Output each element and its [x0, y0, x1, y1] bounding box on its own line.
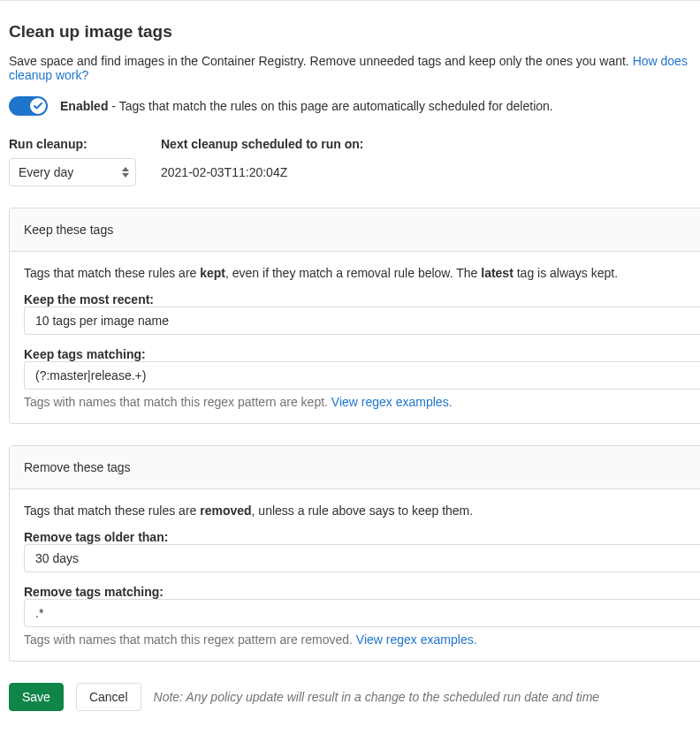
keep-regex-examples-link[interactable]: View regex examples. [331, 395, 453, 409]
save-button[interactable]: Save [9, 683, 64, 711]
keep-panel-intro: Tags that match these rules are kept, ev… [24, 266, 686, 280]
toggle-label: Enabled - Tags that match the rules on t… [60, 99, 553, 113]
remove-tags-matching-input[interactable] [35, 606, 689, 620]
enabled-label-desc: - Tags that match the rules on this page… [108, 99, 552, 113]
keep-tags-matching-input[interactable] [35, 368, 689, 382]
remove-panel-header: Remove these tags [10, 446, 700, 489]
remove-panel-intro: Tags that match these rules are removed,… [24, 504, 686, 518]
remove-older-than-label: Remove tags older than: [24, 530, 168, 544]
keep-most-recent-value: 10 tags per image name [35, 314, 169, 328]
remove-regex-examples-link[interactable]: View regex examples. [356, 632, 477, 647]
toggle-knob [30, 98, 46, 114]
keep-tags-matching-input-wrap [24, 361, 700, 390]
remove-older-than-select[interactable]: 30 days [24, 544, 700, 572]
remove-tags-matching-label: Remove tags matching: [24, 585, 164, 599]
next-cleanup-value: 2021-02-03T11:20:04Z [161, 158, 363, 186]
remove-matching-help: Tags with names that match this regex pa… [24, 632, 686, 647]
cancel-button[interactable]: Cancel [76, 683, 141, 711]
keep-tags-matching-label: Keep tags matching: [24, 347, 146, 361]
enabled-toggle[interactable] [9, 96, 48, 116]
page-title: Clean up image tags [9, 22, 691, 42]
page-description: Save space and find images in the Contai… [9, 54, 691, 82]
description-text: Save space and find images in the Contai… [9, 54, 633, 68]
remove-older-than-value: 30 days [35, 551, 79, 565]
next-cleanup-label: Next cleanup scheduled to run on: [161, 137, 363, 151]
keep-most-recent-label: Keep the most recent: [24, 292, 154, 307]
run-cleanup-label: Run cleanup: [9, 137, 136, 151]
run-cleanup-select[interactable]: Every day [9, 158, 136, 186]
enabled-label-strong: Enabled [60, 99, 108, 113]
keep-matching-help: Tags with names that match this regex pa… [24, 395, 686, 409]
remove-tags-matching-input-wrap [24, 599, 700, 627]
remove-tags-panel: Remove these tags Tags that match these … [9, 445, 700, 662]
keep-tags-panel: Keep these tags Tags that match these ru… [9, 208, 700, 424]
keep-panel-header: Keep these tags [10, 208, 700, 252]
footer-note: Note: Any policy update will result in a… [154, 690, 600, 704]
keep-most-recent-select[interactable]: 10 tags per image name [24, 307, 700, 335]
check-icon [33, 101, 43, 111]
